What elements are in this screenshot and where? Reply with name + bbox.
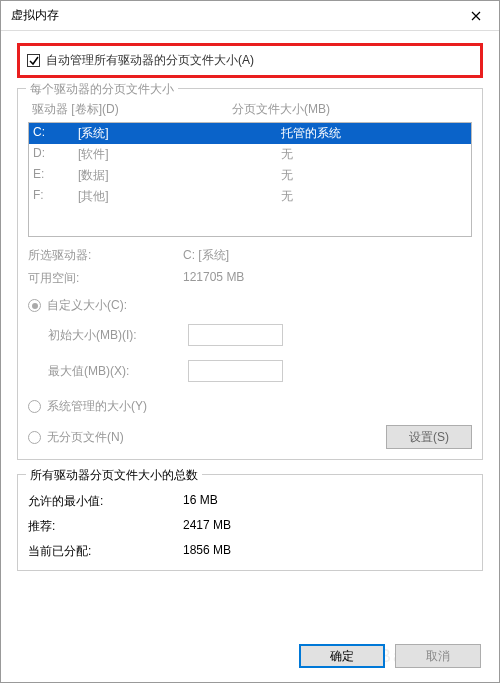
selected-drive-row: 所选驱动器: C: [系统] [28, 247, 472, 264]
rec-label: 推荐: [28, 518, 183, 535]
initial-size-row: 初始大小(MB)(I): [28, 324, 472, 346]
auto-manage-highlight: 自动管理所有驱动器的分页文件大小(A) [17, 43, 483, 78]
max-size-input[interactable] [188, 360, 283, 382]
drive-label: [系统] [78, 125, 233, 142]
auto-manage-label: 自动管理所有驱动器的分页文件大小(A) [46, 52, 254, 69]
drive-row[interactable]: D: [软件] 无 [29, 144, 471, 165]
drive-list[interactable]: C: [系统] 托管的系统 D: [软件] 无 E: [数据] 无 F: [其他… [28, 122, 472, 237]
drive-letter: D: [33, 146, 78, 163]
set-button[interactable]: 设置(S) [386, 425, 472, 449]
initial-size-label: 初始大小(MB)(I): [28, 327, 188, 344]
drive-size: 无 [233, 188, 467, 205]
no-paging-radio-row: 无分页文件(N) [28, 429, 386, 446]
totals-title: 所有驱动器分页文件大小的总数 [26, 467, 202, 484]
no-paging-radio[interactable] [28, 431, 41, 444]
alloc-label: 当前已分配: [28, 543, 183, 560]
drive-list-header: 驱动器 [卷标](D) 分页文件大小(MB) [28, 99, 472, 120]
no-paging-label: 无分页文件(N) [47, 429, 124, 446]
min-row: 允许的最小值: 16 MB [28, 493, 472, 510]
selected-drive-label: 所选驱动器: [28, 247, 183, 264]
available-space-row: 可用空间: 121705 MB [28, 270, 472, 287]
drive-letter: E: [33, 167, 78, 184]
drive-row[interactable]: F: [其他] 无 [29, 186, 471, 207]
header-drive: 驱动器 [卷标](D) [32, 101, 232, 118]
alloc-row: 当前已分配: 1856 MB [28, 543, 472, 560]
ok-button[interactable]: 确定 [299, 644, 385, 668]
custom-size-label: 自定义大小(C): [47, 297, 127, 314]
system-managed-radio-row: 系统管理的大小(Y) [28, 398, 472, 415]
auto-manage-checkbox[interactable] [27, 54, 40, 67]
drive-row[interactable]: C: [系统] 托管的系统 [29, 123, 471, 144]
drive-label: [数据] [78, 167, 233, 184]
header-size: 分页文件大小(MB) [232, 101, 330, 118]
system-managed-radio[interactable] [28, 400, 41, 413]
dialog-footer: 确定 取消 [299, 644, 481, 668]
min-value: 16 MB [183, 493, 218, 510]
titlebar: 虚拟内存 [1, 1, 499, 31]
drive-size: 托管的系统 [233, 125, 467, 142]
max-size-label: 最大值(MB)(X): [28, 363, 188, 380]
drive-settings-title: 每个驱动器的分页文件大小 [26, 81, 178, 98]
drive-label: [其他] [78, 188, 233, 205]
drive-size: 无 [233, 146, 467, 163]
drive-letter: F: [33, 188, 78, 205]
initial-size-input[interactable] [188, 324, 283, 346]
max-size-row: 最大值(MB)(X): [28, 360, 472, 382]
available-space-label: 可用空间: [28, 270, 183, 287]
alloc-value: 1856 MB [183, 543, 231, 560]
window-title: 虚拟内存 [11, 7, 461, 24]
totals-group: 所有驱动器分页文件大小的总数 允许的最小值: 16 MB 推荐: 2417 MB… [17, 474, 483, 571]
drive-size: 无 [233, 167, 467, 184]
drive-label: [软件] [78, 146, 233, 163]
available-space-value: 121705 MB [183, 270, 244, 287]
close-icon[interactable] [461, 6, 491, 26]
drive-letter: C: [33, 125, 78, 142]
custom-size-radio-row: 自定义大小(C): [28, 297, 472, 314]
cancel-button[interactable]: 取消 [395, 644, 481, 668]
custom-size-radio[interactable] [28, 299, 41, 312]
rec-value: 2417 MB [183, 518, 231, 535]
dialog-content: 自动管理所有驱动器的分页文件大小(A) 每个驱动器的分页文件大小 驱动器 [卷标… [1, 31, 499, 583]
drive-settings-group: 每个驱动器的分页文件大小 驱动器 [卷标](D) 分页文件大小(MB) C: [… [17, 88, 483, 460]
rec-row: 推荐: 2417 MB [28, 518, 472, 535]
drive-row[interactable]: E: [数据] 无 [29, 165, 471, 186]
min-label: 允许的最小值: [28, 493, 183, 510]
system-managed-label: 系统管理的大小(Y) [47, 398, 147, 415]
selected-drive-value: C: [系统] [183, 247, 229, 264]
